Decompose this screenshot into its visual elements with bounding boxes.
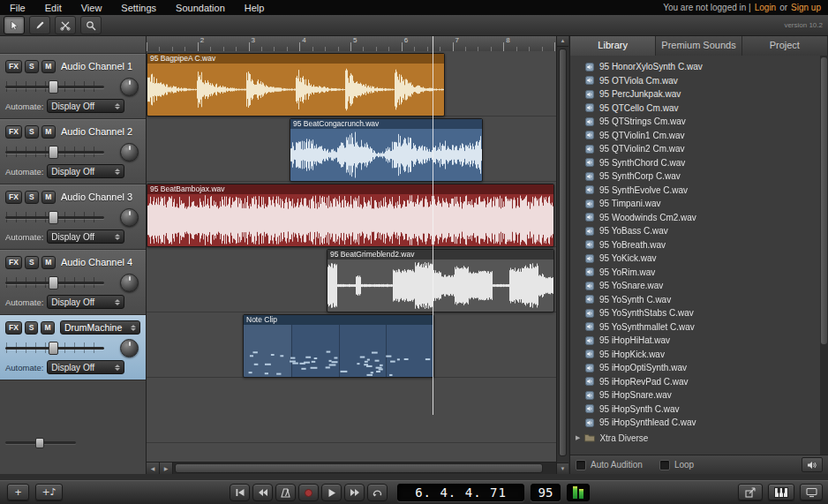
clip-4[interactable]: 95 BeatGrimeblend2.wav (327, 249, 554, 312)
menu-soundation[interactable]: Soundation (166, 3, 235, 13)
loop-checkbox[interactable] (659, 460, 670, 470)
tab-library[interactable]: Library (570, 35, 656, 56)
fx-button[interactable]: FX (5, 191, 22, 204)
play-button[interactable] (321, 484, 342, 501)
automate-dropdown[interactable]: Display Off (47, 295, 124, 309)
library-sound-item[interactable]: 95 SynthCorp C.wav (570, 169, 820, 184)
library-sound-item[interactable]: 95 SynthChord C.wav (570, 156, 820, 170)
vscroll-thumb[interactable] (559, 49, 567, 456)
library-sound-item[interactable]: 95 YoBreath.wav (570, 238, 820, 252)
library-sound-item[interactable]: 95 SynthEvolve C.wav (570, 184, 820, 198)
fx-button[interactable]: FX (5, 125, 22, 139)
library-folder-xtra-diverse[interactable]: ▶ Xtra Diverse (570, 431, 820, 446)
channel-strip-5[interactable]: FX S M DrumMachine Automate: Display Off (0, 315, 146, 380)
signup-link[interactable]: Sign up (791, 3, 821, 12)
timeline-vscrollbar[interactable]: ▲ ▼ (556, 35, 568, 474)
library-sound-item[interactable]: 95 iHopSynthlead C.wav (570, 416, 820, 430)
instrument-select[interactable]: DrumMachine (60, 320, 140, 335)
library-sound-item[interactable]: 95 iHopKick.wav (570, 348, 820, 362)
tab-premium-sounds[interactable]: Premium Sounds (656, 35, 741, 56)
volume-slider-thumb[interactable] (49, 276, 58, 290)
rewind-button[interactable] (252, 484, 273, 501)
channel-strip-4[interactable]: FX S M Audio Channel 4 Automate: Display… (0, 250, 146, 315)
automate-dropdown[interactable]: Display Off (47, 164, 124, 178)
tab-project[interactable]: Project (742, 35, 828, 56)
mute-button[interactable]: M (41, 125, 56, 139)
add-channel-button[interactable]: + (7, 484, 29, 500)
library-sound-item[interactable]: 95 HonorXyloSynth C.wav (570, 60, 820, 74)
clip-3[interactable]: 95 BeatBambojax.wav (147, 184, 554, 247)
library-sound-item[interactable]: 95 iHopSnare.wav (570, 388, 820, 402)
library-scrollbar[interactable] (820, 56, 828, 455)
pan-knob[interactable] (120, 274, 139, 292)
arrangement-timeline[interactable]: 23456789 95 BagpipeA C.wav95 BeatCongacr… (147, 35, 556, 474)
library-sound-item[interactable]: 95 QTStrings Cm.wav (570, 115, 820, 129)
pan-knob[interactable] (120, 339, 139, 357)
solo-button[interactable]: S (25, 321, 39, 335)
library-sound-item[interactable]: 95 QTViolin2 Cm.wav (570, 142, 820, 156)
mute-button[interactable]: M (41, 60, 56, 73)
channel-strip-2[interactable]: FX S M Audio Channel 2 Automate: Display… (0, 119, 146, 184)
solo-button[interactable]: S (25, 125, 39, 139)
fullscreen-button[interactable] (800, 484, 823, 500)
channel-strip-3[interactable]: FX S M Audio Channel 3 Automate: Display… (0, 184, 146, 250)
volume-slider-thumb[interactable] (49, 342, 58, 355)
menu-view[interactable]: View (72, 3, 112, 13)
library-sound-item[interactable]: 95 YoSynthmallet C.wav (570, 320, 820, 335)
add-instrument-channel-button[interactable]: +♪ (35, 484, 63, 500)
channel-zoom-slider[interactable] (5, 437, 76, 448)
metronome-button[interactable] (275, 484, 296, 501)
export-button[interactable] (738, 484, 763, 500)
library-sound-item[interactable]: 95 YoRim.wav (570, 266, 820, 280)
keyboard-button[interactable] (768, 484, 794, 500)
menu-settings[interactable]: Settings (111, 3, 166, 13)
login-link[interactable]: Login (755, 3, 776, 12)
solo-button[interactable]: S (25, 191, 39, 204)
library-sound-item[interactable]: 95 iHopSynth C.wav (570, 402, 820, 417)
volume-slider[interactable] (5, 210, 104, 224)
record-button[interactable] (298, 484, 319, 501)
mute-button[interactable]: M (41, 191, 56, 204)
mute-button[interactable]: M (41, 321, 55, 335)
solo-button[interactable]: S (25, 256, 39, 269)
clip-1[interactable]: 95 BagpipeA C.wav (147, 53, 445, 117)
pan-knob[interactable] (120, 78, 139, 96)
library-sound-item[interactable]: 95 YoSynthStabs C.wav (570, 306, 820, 320)
automate-dropdown[interactable]: Display Off (47, 99, 124, 113)
menu-edit[interactable]: Edit (35, 3, 72, 13)
menu-help[interactable]: Help (235, 3, 275, 13)
playhead[interactable] (433, 35, 433, 415)
skip-to-start-button[interactable] (230, 484, 250, 501)
library-sound-item[interactable]: 95 iHopRevPad C.wav (570, 375, 820, 389)
library-sound-item[interactable]: 95 Timpani.wav (570, 197, 820, 211)
fx-button[interactable]: FX (5, 60, 22, 73)
volume-slider[interactable] (5, 275, 104, 290)
automate-dropdown[interactable]: Display Off (47, 229, 124, 244)
fx-button[interactable]: FX (5, 256, 22, 269)
volume-slider-thumb[interactable] (49, 80, 58, 94)
folder-expand-icon[interactable]: ▶ (576, 434, 580, 441)
fx-button[interactable]: FX (5, 321, 22, 335)
timeline-hscrollbar[interactable]: ◀ ▶ (147, 462, 556, 474)
clip-5[interactable]: Note Clip (243, 314, 434, 378)
menu-file[interactable]: File (0, 3, 35, 13)
timeline-ruler[interactable]: 23456789 (147, 35, 556, 52)
forward-button[interactable] (344, 484, 365, 501)
automate-dropdown[interactable]: Display Off (47, 360, 124, 374)
volume-slider[interactable] (5, 145, 104, 159)
library-sound-item[interactable]: 95 YoSnare.wav (570, 279, 820, 293)
draw-tool-button[interactable] (29, 16, 50, 34)
library-sound-item[interactable]: 95 Woodwinds Cm2.wav (570, 211, 820, 225)
pan-knob[interactable] (120, 208, 139, 227)
zoom-tool-button[interactable] (80, 16, 102, 34)
library-sound-item[interactable]: 95 YoBass C.wav (570, 224, 820, 238)
auto-audition-checkbox[interactable] (576, 460, 586, 470)
library-sound-item[interactable]: 95 YoKick.wav (570, 252, 820, 266)
channel-strip-1[interactable]: FX S M Audio Channel 1 Automate: Display… (0, 54, 146, 119)
library-sound-item[interactable]: 95 iHopHiHat.wav (570, 334, 820, 348)
volume-slider[interactable] (5, 341, 104, 355)
tempo-display[interactable]: 95 (531, 484, 561, 501)
library-sound-item[interactable]: 95 iHopOptiSynth.wav (570, 361, 820, 375)
library-scroll-thumb[interactable] (821, 57, 827, 344)
track-area[interactable]: 95 BagpipeA C.wav95 BeatCongacrunch.wav9… (147, 51, 556, 463)
